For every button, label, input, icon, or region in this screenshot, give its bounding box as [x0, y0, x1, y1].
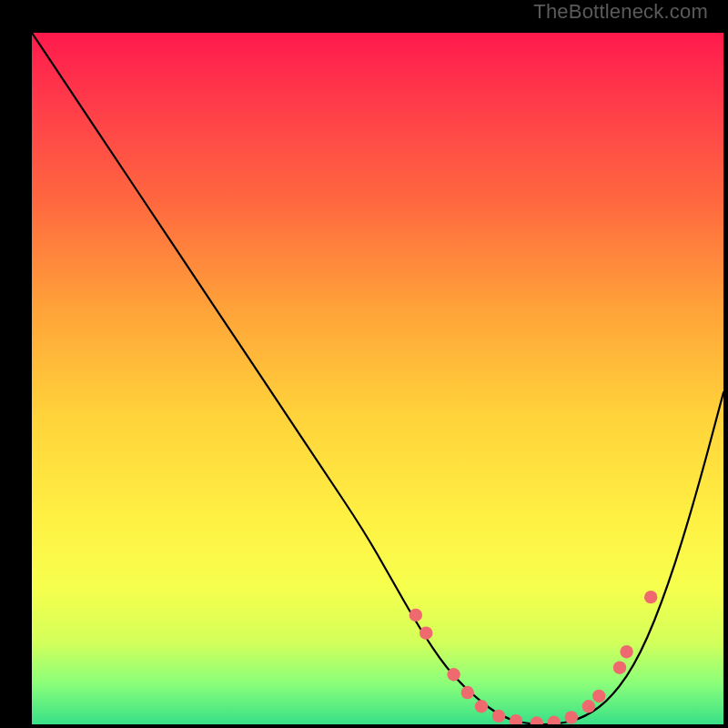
data-point	[644, 591, 657, 603]
data-point	[492, 710, 505, 723]
data-point	[592, 690, 605, 703]
chart-svg	[32, 33, 723, 724]
data-markers	[410, 591, 658, 724]
data-point	[565, 711, 578, 723]
data-point	[620, 645, 632, 658]
gradient-background	[32, 33, 723, 724]
data-point	[548, 716, 561, 724]
data-point	[410, 609, 422, 622]
data-point	[582, 700, 595, 713]
watermark-text: TheBottleneck.com	[533, 0, 708, 24]
data-point	[475, 700, 488, 713]
data-point	[510, 714, 522, 724]
data-point	[461, 686, 474, 699]
data-point	[613, 661, 626, 673]
chart-frame	[14, 14, 714, 714]
performance-curve	[32, 33, 723, 724]
data-point	[531, 716, 543, 724]
data-point	[447, 668, 460, 681]
data-point	[420, 626, 432, 639]
